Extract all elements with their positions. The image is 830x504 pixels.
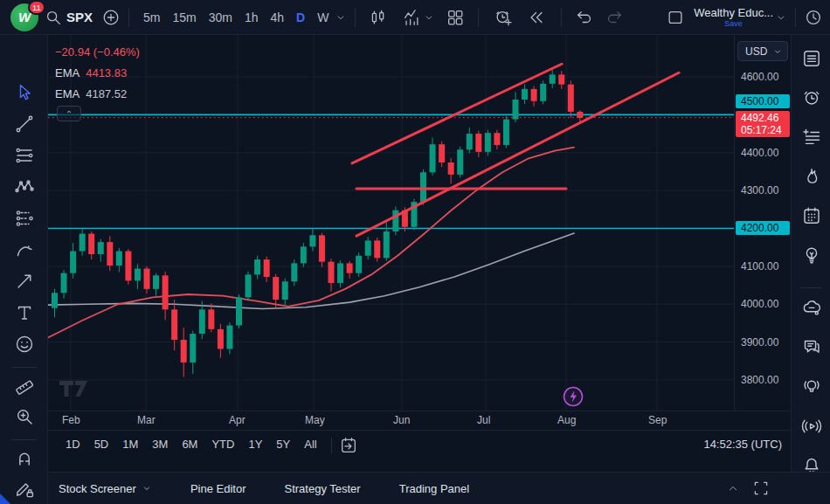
tradingview-watermark — [59, 381, 87, 397]
timeframe-button-15m[interactable]: 15m — [166, 10, 202, 24]
price-tick-3800: 3800.00 — [741, 374, 778, 386]
compare-add-icon[interactable] — [101, 8, 121, 27]
trend-line-tool-icon[interactable] — [12, 112, 36, 135]
candle — [135, 268, 141, 280]
timeframe-button-5m[interactable]: 5m — [137, 10, 166, 24]
search-icon[interactable] — [44, 8, 63, 27]
candlestick-chart[interactable] — [48, 35, 734, 411]
candle — [181, 340, 187, 362]
create-alert-icon[interactable] — [494, 8, 513, 27]
candle — [98, 242, 104, 254]
account-logo[interactable]: W 11 — [5, 0, 44, 35]
chart-style-icon[interactable] — [369, 8, 388, 27]
price-axis[interactable]: USD 4600.004500.004400.004300.004200.004… — [734, 35, 791, 411]
candle — [356, 256, 362, 273]
cursor-tool-icon[interactable] — [12, 80, 36, 104]
zoom-in-tool-icon[interactable] — [12, 404, 36, 428]
hotlists-panel-icon[interactable] — [800, 165, 823, 188]
fullscreen-icon[interactable] — [751, 479, 771, 498]
publish-clock-icon[interactable] — [804, 8, 823, 27]
bar-replay-icon[interactable] — [527, 8, 546, 27]
month-label-apr: Apr — [229, 414, 246, 426]
layout-name[interactable]: Wealthy Educ... — [694, 6, 773, 19]
timeframe-button-1h[interactable]: 1h — [239, 10, 265, 24]
range-button-3m[interactable]: 3M — [145, 436, 175, 452]
range-button-ytd[interactable]: YTD — [204, 436, 241, 452]
timeframe-button-30m[interactable]: 30m — [203, 10, 239, 24]
candle — [513, 100, 519, 120]
month-label-jun: Jun — [393, 414, 410, 426]
timeframe-button-4h[interactable]: 4h — [265, 10, 291, 24]
ema-fast-row[interactable]: EMA4413.83 — [55, 63, 140, 84]
range-button-1m[interactable]: 1M — [115, 436, 145, 452]
corner-resize-handle[interactable] — [0, 494, 10, 504]
live-panel-icon[interactable] — [800, 415, 823, 438]
time-axis[interactable]: FebMarAprMayJunJulAugSep — [48, 411, 791, 430]
panel-expand-icon[interactable] — [727, 482, 739, 494]
currency-value: USD — [745, 45, 767, 58]
range-button-5d[interactable]: 5D — [87, 436, 116, 452]
top-toolbar: W 11 SPX 5m15m30m1h4hDW Wealthy Educ... … — [0, 0, 830, 35]
indicators-icon[interactable] — [402, 8, 421, 27]
month-label-feb: Feb — [62, 414, 80, 426]
range-button-1d[interactable]: 1D — [59, 436, 87, 452]
ideas-panel-icon[interactable] — [800, 244, 823, 266]
undo-icon[interactable] — [575, 8, 594, 27]
range-button-5y[interactable]: 5Y — [269, 436, 297, 452]
timeframe-menu-chevron-icon[interactable] — [335, 11, 347, 24]
utc-clock[interactable]: 14:52:35 (UTC) — [703, 436, 782, 451]
streams-panel-icon[interactable] — [800, 375, 823, 397]
watchlist-panel-icon[interactable] — [800, 47, 823, 70]
bottom-tab-strategy-tester[interactable]: Strategy Tester — [284, 482, 360, 495]
price-tick-4100: 4100.00 — [741, 260, 778, 273]
go-to-date-icon[interactable] — [339, 436, 358, 455]
news-panel-icon[interactable] — [800, 126, 823, 148]
chart-pane[interactable]: −20.94 (−0.46%) EMA4413.83 EMA4187.52 ⌃ — [48, 35, 734, 411]
calendar-panel-icon[interactable] — [800, 204, 823, 227]
layout-grid-icon[interactable] — [446, 8, 465, 27]
ema-slow-row[interactable]: EMA4187.52 — [55, 84, 140, 105]
candle — [88, 234, 94, 254]
legend-collapse-button[interactable]: ⌃ — [57, 106, 81, 121]
ruler-tool-icon[interactable] — [12, 373, 36, 397]
change-readout: −20.94 (−0.46%) — [55, 42, 140, 63]
candle — [282, 281, 288, 300]
fib-lines-tool-icon[interactable] — [12, 143, 36, 167]
chat-panel-icon[interactable] — [800, 335, 823, 358]
timeframe-button-w[interactable]: W — [311, 10, 335, 24]
bottom-tab-stock-screener[interactable]: Stock Screener — [59, 482, 152, 495]
indicators-chevron-icon[interactable] — [423, 11, 435, 24]
save-button[interactable]: Save — [724, 19, 743, 28]
xabcd-pattern-tool-icon[interactable] — [12, 175, 36, 198]
text-tool-icon[interactable] — [12, 300, 36, 324]
candle — [384, 231, 390, 258]
forecast-tool-icon[interactable] — [12, 206, 36, 230]
magnet-tool-icon[interactable] — [12, 445, 36, 469]
emoji-tool-icon[interactable] — [12, 332, 36, 356]
minds-panel-icon[interactable] — [800, 296, 823, 319]
range-button-6m[interactable]: 6M — [175, 436, 204, 452]
alerts-panel-icon[interactable] — [800, 86, 823, 109]
candle — [558, 74, 564, 84]
toolbar-divider — [11, 367, 37, 368]
bottom-tab-trading-panel[interactable]: Trading Panel — [399, 482, 469, 495]
bottom-tab-pine-editor[interactable]: Pine Editor — [190, 482, 246, 495]
drawing-toolbar — [0, 35, 48, 504]
brush-tool-icon[interactable] — [12, 238, 36, 261]
redo-icon[interactable] — [605, 8, 624, 27]
symbol-search-button[interactable]: SPX — [66, 10, 93, 24]
arrow-tool-icon[interactable] — [12, 269, 36, 293]
save-layout-icon[interactable] — [666, 8, 685, 27]
layout-menu[interactable]: Wealthy Educ... Save — [694, 6, 773, 28]
drawing-lock-tool-icon[interactable] — [12, 477, 36, 501]
date-range-row: 1D5D1M3M6MYTD1Y5YAll 14:52:35 (UTC) — [48, 430, 791, 472]
timeframe-button-d[interactable]: D — [290, 10, 311, 24]
range-button-all[interactable]: All — [297, 436, 323, 452]
candle — [448, 162, 454, 175]
range-button-1y[interactable]: 1Y — [241, 436, 269, 452]
candle — [61, 273, 67, 293]
layout-menu-chevron-icon[interactable] — [775, 11, 787, 24]
candle — [52, 293, 58, 307]
month-label-jul: Jul — [477, 414, 490, 426]
currency-dropdown[interactable]: USD — [737, 41, 788, 61]
